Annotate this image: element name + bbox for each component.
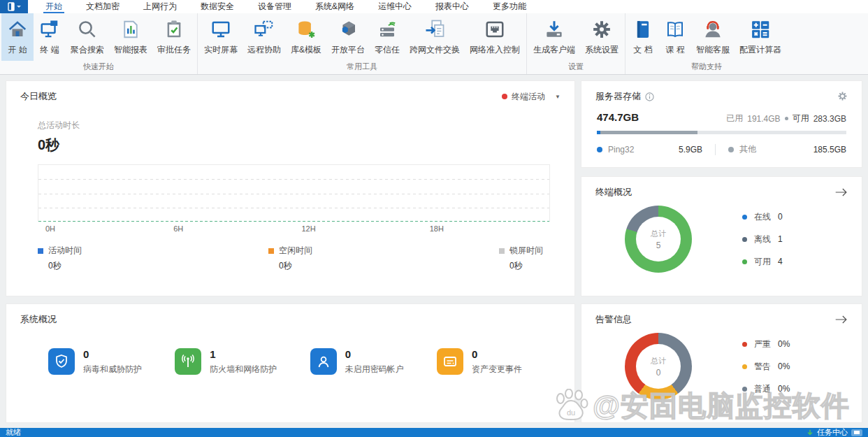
panel-server-storage: 服务器存储 474.7GB 已用 191.4GB 可用 283.3GB (581, 80, 862, 168)
ribbon-item-label: 开 始 (8, 44, 27, 56)
ribbon-item-aggregate-search[interactable]: 聚合搜索 (66, 13, 109, 61)
ribbon-group-help-support: 文 档 课 程 智能客服 配置计算器 帮助支持 (625, 13, 788, 74)
file-exchange-icon (424, 18, 446, 41)
user-account-icon (310, 348, 337, 375)
donut-center-label: 总计 (651, 229, 666, 239)
panel-terminal-overview: 终端概况 总计 5 在线 0 (581, 176, 862, 296)
tab-ops-center[interactable]: 运维中心 (366, 0, 424, 13)
ribbon-item-courses[interactable]: 课 程 (659, 13, 691, 61)
legend-label: 活动时间 (48, 245, 82, 257)
tab-more-features[interactable]: 更多功能 (481, 0, 538, 13)
alert-legend: 严重 0% 警告 0% 普通 0% (742, 338, 790, 395)
search-icon (76, 18, 99, 41)
ribbon-item-generate-client[interactable]: 生成客户端 (528, 13, 580, 61)
item-label: Ping32 (608, 145, 634, 155)
donut-center-label: 总计 (651, 356, 666, 366)
tab-document-encryption[interactable]: 文档加密 (74, 0, 131, 13)
taskbar-window-icon[interactable] (851, 429, 862, 436)
panel-alert-info: 告警信息 总计 0 严重 0% 警告 (581, 303, 862, 423)
ribbon-item-label: 智能客服 (696, 44, 730, 56)
legend-value: 0% (778, 384, 790, 394)
ribbon-item-remote-assist[interactable]: 远程协助 (243, 13, 286, 61)
ribbon-item-cross-network-file-exchange[interactable]: 跨网文件交换 (405, 13, 465, 61)
tab-device-management[interactable]: 设备管理 (246, 0, 303, 13)
tab-data-security[interactable]: 数据安全 (189, 0, 246, 13)
panel-title: 终端概况 (595, 186, 632, 199)
ribbon-item-open-platform[interactable]: 开放平台 (326, 13, 370, 61)
system-item-label: 防火墙和网络防护 (210, 364, 277, 375)
legend-swatch (268, 248, 274, 254)
ribbon-group-label: 帮助支持 (625, 61, 788, 74)
legend-dot (742, 237, 747, 242)
terminal-detail-arrow-icon[interactable] (834, 187, 848, 197)
ribbon-item-docs[interactable]: 文 档 (627, 13, 659, 61)
legend-value: 0秒 (509, 260, 543, 272)
ribbon-item-start[interactable]: 开 始 (1, 13, 34, 61)
alert-detail-arrow-icon[interactable] (834, 315, 848, 324)
ribbon-item-label: 终 端 (40, 44, 59, 56)
total-activity-value: 0秒 (38, 136, 574, 155)
cube-icon (337, 18, 359, 41)
ribbon-item-config-calculator[interactable]: 配置计算器 (735, 13, 786, 61)
ribbon-group-settings: 生成客户端 系统设置 设置 (527, 13, 625, 74)
terminal-activity-dropdown[interactable]: 终端活动 ▼ (502, 91, 560, 103)
activity-chart (38, 164, 550, 222)
network-port-icon (484, 18, 506, 41)
x-tick: 12H (301, 224, 315, 233)
task-center-link[interactable]: 任务中心 (817, 427, 848, 437)
legend-item-warning: 警告 0% (742, 361, 790, 373)
storage-settings-gear-icon[interactable] (837, 91, 848, 103)
home-icon (6, 18, 29, 41)
separator-dot (785, 117, 788, 120)
tab-start[interactable]: 开始 (34, 0, 74, 13)
tab-report-center[interactable]: 报表中心 (424, 0, 481, 13)
legend-item-online: 在线 0 (742, 211, 783, 223)
clipboard-check-icon (163, 18, 185, 41)
ribbon-item-terminal[interactable]: 终 端 (34, 13, 66, 61)
app-menu-button[interactable] (0, 0, 28, 13)
panel-title: 告警信息 (595, 313, 632, 326)
legend-item-idle-time: 空闲时间 0秒 (268, 245, 312, 272)
ribbon-item-system-settings[interactable]: 系统设置 (580, 13, 623, 61)
item-dot (597, 147, 602, 152)
chevron-down-icon (17, 5, 21, 8)
legend-dot (742, 342, 747, 347)
legend-label: 离线 (754, 234, 771, 245)
remote-monitors-icon (253, 18, 275, 41)
filter-label: 终端活动 (512, 91, 545, 103)
download-client-icon (543, 18, 565, 41)
panel-system-overview: 系统概况 0 病毒和威胁防护 1 防火墙和网络防护 (6, 303, 575, 423)
panel-title: 今日概览 (20, 90, 57, 103)
legend-item-active-time: 活动时间 0秒 (38, 245, 82, 272)
right-column: 服务器存储 474.7GB 已用 191.4GB 可用 283.3GB (581, 80, 862, 296)
ribbon-item-approval-tasks[interactable]: 审批任务 (152, 13, 196, 61)
storage-item-ping32: Ping32 5.9GB (597, 145, 715, 155)
chart-legend: 活动时间 0秒 空闲时间 0秒 锁屏时间 0秒 (38, 245, 543, 272)
ribbon-group-label: 设置 (527, 61, 625, 74)
legend-value: 1 (778, 234, 783, 244)
system-item-virus-threat: 0 病毒和威胁防护 (48, 348, 142, 375)
tab-internet-behavior[interactable]: 上网行为 (131, 0, 189, 13)
status-ready-text: 就绪 (6, 427, 21, 437)
item-dot (728, 147, 734, 152)
filter-dot (502, 94, 507, 99)
ribbon-item-network-access-control[interactable]: 网络准入控制 (465, 13, 525, 61)
free-value: 283.3GB (813, 114, 846, 124)
divider (715, 144, 716, 155)
legend-label: 在线 (754, 211, 771, 223)
legend-dot (742, 364, 747, 369)
ribbon-group-common-tools: 实时屏幕 远程协助 库&模板 开放平台 (198, 13, 527, 74)
shield-check-icon (48, 348, 75, 375)
tab-system-network[interactable]: 系统&网络 (303, 0, 366, 13)
ribbon-item-label: 系统设置 (585, 44, 619, 56)
menu-bar: 开始 文档加密 上网行为 数据安全 设备管理 系统&网络 运维中心 报表中心 更… (0, 0, 868, 13)
ribbon-item-smart-report[interactable]: 智能报表 (109, 13, 152, 61)
info-icon[interactable] (645, 92, 654, 101)
system-item-value: 0 (345, 348, 404, 360)
task-center-arrow-icon (806, 429, 813, 436)
ribbon-item-library-templates[interactable]: 库&模板 (286, 13, 326, 61)
ribbon-item-smart-support[interactable]: 智能客服 (691, 13, 735, 61)
ribbon-item-zero-trust[interactable]: 零信任 (370, 13, 405, 61)
ribbon-item-realtime-screen[interactable]: 实时屏幕 (199, 13, 243, 61)
headset-agent-icon (702, 18, 724, 41)
